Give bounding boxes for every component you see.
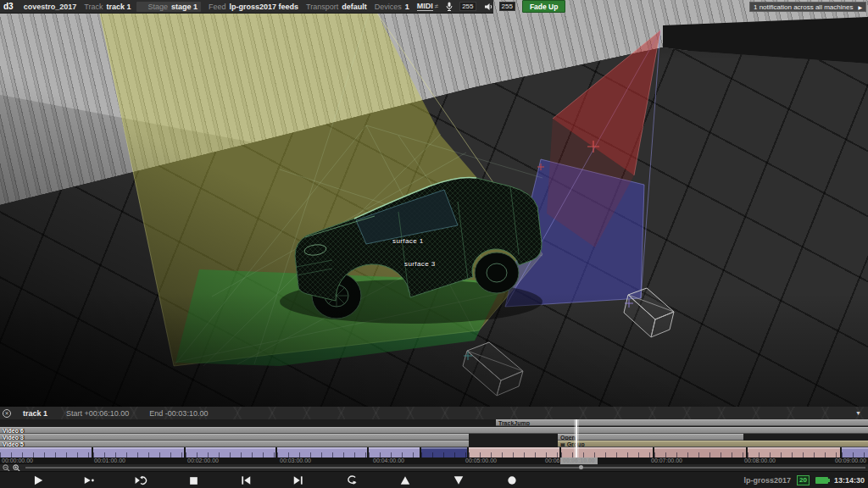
- return-to-start-button[interactable]: [337, 472, 367, 488]
- layer-bar-video5[interactable]: Video 5: [0, 441, 469, 447]
- ruler-tick: 00:09:00.00: [835, 458, 866, 464]
- playhead[interactable]: [574, 419, 579, 458]
- keyframe-segment[interactable]: [421, 447, 467, 458]
- fade-up-button[interactable]: Fade Up: [522, 0, 566, 13]
- open-clip-bar[interactable]: Open: [558, 434, 743, 441]
- notification-expand-icon: ▶: [858, 4, 862, 10]
- clock-display: 13:14:30: [834, 476, 865, 485]
- status-cluster: lp-gross2017 20 13:14:30: [744, 472, 865, 488]
- track-start-time: Start +00:06:10.00: [66, 409, 129, 418]
- layer-bar-video3[interactable]: Video 3: [0, 434, 469, 441]
- layer-row-video3: Video 3 Open: [0, 434, 868, 441]
- next-section-button[interactable]: [283, 472, 314, 488]
- projector-box-right: [624, 288, 674, 337]
- devices-label: Devices: [375, 3, 402, 11]
- feed-value[interactable]: lp-gross2017 feeds: [230, 3, 299, 11]
- d3-logo[interactable]: d3: [3, 2, 14, 11]
- track-down-button[interactable]: [443, 472, 474, 488]
- timeline-zoom-row: [0, 464, 868, 471]
- keyframe-segment[interactable]: [93, 447, 184, 458]
- layer-row-video5: Video 5 ▤Group: [0, 441, 868, 447]
- track-header: ✕ track 1 Start +00:06:10.00 End -00:03:…: [0, 407, 868, 419]
- previous-section-button[interactable]: [231, 472, 261, 488]
- scrollbar-handle[interactable]: [579, 465, 583, 469]
- track-up-button[interactable]: [390, 472, 420, 488]
- timeline-scrollbar[interactable]: [25, 467, 865, 469]
- keyframe-segment[interactable]: [748, 447, 840, 458]
- trackjump-bar[interactable]: TrackJump: [496, 419, 868, 426]
- microphone-icon: [446, 2, 453, 11]
- projection-overlay: [0, 0, 868, 407]
- close-track-icon[interactable]: ✕: [3, 409, 11, 418]
- machine-name: lp-gross2017: [744, 476, 792, 485]
- mic-level-field[interactable]: 255: [459, 2, 476, 11]
- stage-selector[interactable]: Stage stage 1: [136, 2, 201, 12]
- ruler-tick: 00:02:00.00: [187, 458, 219, 464]
- speaker-icon: [484, 3, 492, 11]
- surface-1-label[interactable]: surface 1: [392, 237, 424, 245]
- layer-bar-video6[interactable]: Video 6: [0, 427, 868, 434]
- midi-menu[interactable]: MIDI: [417, 2, 433, 11]
- project-name[interactable]: covestro_2017: [24, 3, 77, 11]
- fps-badge: 20: [797, 475, 810, 485]
- keyframe-segment[interactable]: [186, 447, 275, 458]
- track-dropdown-icon[interactable]: ▼: [855, 410, 861, 416]
- midi-symbol-icon: ≠: [435, 3, 438, 10]
- ruler-tick: 00:05:00.00: [465, 458, 497, 464]
- layer-row-video6: Video 6: [0, 427, 868, 434]
- keyframe-segment[interactable]: [469, 447, 559, 458]
- play-button[interactable]: [23, 472, 53, 488]
- record-button[interactable]: [497, 472, 527, 488]
- battery-icon: [815, 477, 828, 484]
- ruler-tick: 00:01:00.00: [94, 458, 125, 464]
- projector-box-left: [463, 342, 523, 396]
- app-window: surface 1 surface 3 d3 covestro_2017 Tra…: [0, 0, 868, 488]
- feed-label: Feed: [209, 3, 226, 11]
- stage-label: Stage: [147, 3, 168, 11]
- track-name[interactable]: track 1: [23, 409, 47, 418]
- keyframe-strip[interactable]: [0, 447, 868, 458]
- car-rear-wheel: [475, 252, 519, 293]
- keyframe-segment[interactable]: [842, 447, 868, 458]
- notifications-button[interactable]: 1 notification across all machines ▶: [749, 2, 866, 12]
- track-value[interactable]: track 1: [106, 3, 131, 11]
- notification-text: 1 notification across all machines: [754, 3, 853, 11]
- transport-label: Transport: [306, 3, 338, 11]
- stop-button[interactable]: [178, 472, 209, 488]
- keyframe-segment[interactable]: [277, 447, 367, 458]
- current-time-badge: 00:06:10.00: [560, 458, 598, 464]
- stage-3d-viewport[interactable]: surface 1 surface 3: [0, 0, 868, 407]
- output-level-field[interactable]: 255: [499, 2, 515, 11]
- keyframe-segment[interactable]: [369, 447, 420, 458]
- track-label: Track: [84, 3, 103, 11]
- ruler-tick: 00:08:00.00: [744, 458, 776, 464]
- top-menu-bar: d3 covestro_2017 Track track 1 Stage sta…: [0, 0, 493, 14]
- timeline-panel: ✕ track 1 Start +00:06:10.00 End -00:03:…: [0, 407, 868, 488]
- ruler-tick: 00:04:00.00: [373, 458, 404, 464]
- transport-value[interactable]: default: [342, 3, 367, 11]
- ruler-tick: 00:07:00.00: [651, 458, 682, 464]
- keyframe-segment[interactable]: [0, 447, 92, 458]
- devices-value[interactable]: 1: [405, 3, 409, 11]
- group-clip-bar[interactable]: ▤Group: [558, 441, 868, 447]
- keyframe-segment[interactable]: [654, 447, 746, 458]
- time-ruler[interactable]: 00:00:00.00 00:01:00.00 00:02:00.00 00:0…: [0, 458, 868, 464]
- stage-value[interactable]: stage 1: [171, 3, 198, 11]
- transport-bar: lp-gross2017 20 13:14:30: [0, 471, 868, 488]
- loop-section-button[interactable]: [125, 472, 156, 488]
- play-section-button[interactable]: [74, 472, 104, 488]
- trackjump-row: TrackJump: [0, 419, 868, 426]
- surface-3-label[interactable]: surface 3: [404, 260, 436, 268]
- track-end-time: End -00:03:10.00: [149, 409, 208, 418]
- ruler-tick: 00:03:00.00: [280, 458, 311, 464]
